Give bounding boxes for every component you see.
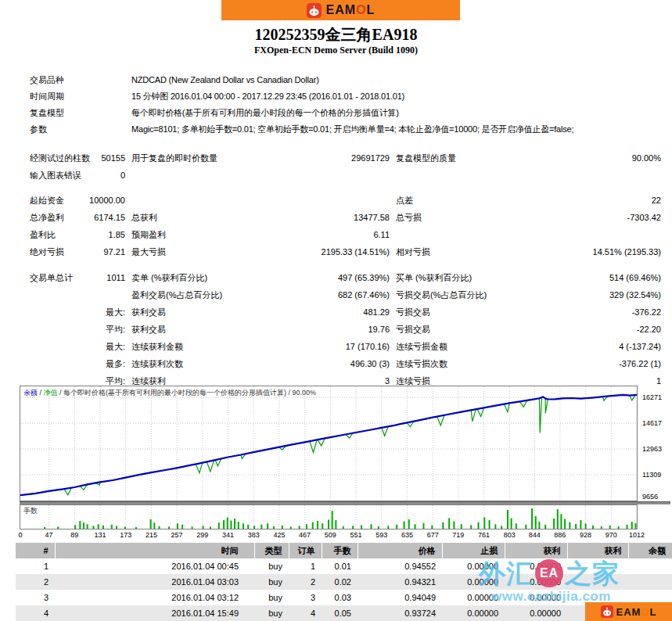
stats-row: 最大:获利交易481.29亏损交易-376.22 (16, 303, 661, 321)
stats-col3: 连续亏损次数-376.22 (1) (390, 355, 661, 372)
info-value: 15 分钟图 2016.01.04 00:00 - 2017.12.29 23:… (131, 88, 661, 105)
stat-value: -22.20 (637, 321, 661, 338)
server-subtitle: FXOpen-ECN Demo Server (Build 1090) (0, 45, 672, 56)
stats-row: 交易单总计1011卖单 (%获利百分比)497 (65.39%)买单 (%获利百… (16, 269, 661, 286)
lots-chart: 手数 (20, 504, 638, 529)
stats-row: 经测试过的柱数50155用于复盘的即时价数量29691729复盘模型的质量90.… (16, 149, 661, 167)
x-axis-tick: 928 (580, 531, 591, 539)
x-axis-tick: 803 (504, 531, 516, 539)
trade-cell: 3 (289, 590, 322, 605)
info-label: 交易品种 (16, 72, 131, 88)
trade-cell: 2016.01.04 15:49 (55, 605, 254, 621)
info-value: NZDCAD (New Zealand Dollar vs Canadian D… (131, 72, 661, 88)
brand-banner: EAMOL (221, 0, 460, 20)
spacer (16, 184, 661, 192)
legend-balance: 余额 (23, 389, 38, 397)
stats-row: 盈利交易(%占总百分比)682 (67.46%)亏损交易(%占总百分比)329 … (16, 286, 661, 303)
trade-row: 22016.01.04 03:03buy20.020.943210.000000… (16, 574, 672, 590)
stats-col1: 最大: (16, 303, 125, 321)
trade-cell: 4 (289, 605, 322, 621)
lots-bars-svg (20, 505, 637, 529)
x-axis-tick: 635 (401, 531, 413, 539)
trade-cell: 0.02 (322, 574, 358, 590)
stat-value: 682 (67.46%) (338, 286, 390, 303)
trade-row: 32016.01.04 03:12buy30.030.940490.000000… (16, 590, 672, 605)
trade-cell (567, 574, 628, 590)
stats-col1: 交易单总计1011 (16, 269, 125, 286)
stats-col2: 总获利13477.58 (125, 209, 390, 226)
info-value: Magic=8101; 多单初始手数=0.01; 空单初始手数=0.01; 开启… (131, 121, 661, 138)
x-axis-tick: 257 (171, 531, 183, 539)
stat-value: 4 (-137.24) (619, 338, 661, 355)
trade-col-header: 余额 (628, 543, 672, 558)
trade-row: 12016.01.04 00:45buy10.010.945520.000000… (16, 558, 672, 574)
x-axis-tick: 677 (427, 531, 439, 539)
x-axis-tick: 509 (325, 531, 336, 539)
stat-value: 1.85 (109, 226, 125, 243)
trade-cell: 0.94049 (358, 590, 442, 605)
trade-cell: 4 (16, 605, 55, 621)
trade-cell: 2 (16, 574, 55, 590)
info-row: 交易品种NZDCAD (New Zealand Dollar vs Canadi… (16, 72, 661, 88)
stats-col2: 获利交易481.29 (125, 303, 390, 321)
trade-cell: 0.03 (322, 590, 358, 605)
info-label: 复盘模型 (16, 105, 131, 121)
trade-cell: 0.00000 (442, 574, 505, 590)
stats-col3: 复盘模型的质量90.00% (390, 149, 661, 167)
stat-label: 相对亏损 (396, 243, 430, 260)
stats-col2: 盈利交易(%占总百分比)682 (67.46%) (125, 286, 390, 303)
stat-value: 514 (69.46%) (609, 269, 661, 286)
info-label: 时间周期 (16, 88, 131, 105)
trade-cell: 2016.01.04 03:03 (55, 574, 254, 590)
stats-row: 总净盈利6174.15总获利13477.58总亏损-7303.42 (16, 209, 661, 226)
stat-value: 最大: (106, 303, 125, 321)
trade-col-header: 价格 (358, 543, 442, 558)
stats-row: 盈利比1.85预期盈利6.11 (16, 226, 661, 243)
x-axis-tick: 215 (146, 531, 157, 539)
statistics-section: 经测试过的柱数50155用于复盘的即时价数量29691729复盘模型的质量90.… (16, 149, 661, 389)
stats-col1: 最多: (16, 355, 125, 372)
stat-value: 6.11 (373, 226, 390, 243)
stat-value: 496.30 (3) (350, 355, 390, 372)
report-title: 120252359金三角EA918 (0, 24, 672, 45)
trade-table: #时间类型订单手数价格止损获利获利余额 12016.01.04 00:45buy… (16, 543, 672, 621)
x-axis-tick: 341 (222, 531, 234, 539)
y-axis-tick: 9656 (642, 493, 658, 501)
y-axis-tick: 12963 (642, 445, 662, 453)
stat-value: 13477.58 (354, 209, 390, 226)
trade-cell: 0.00000 (505, 558, 567, 574)
stat-value: 2195.33 (14.51%) (322, 243, 390, 260)
stats-col2 (125, 192, 390, 209)
stat-label: 起始资金 (30, 192, 64, 209)
stats-col2 (125, 167, 390, 184)
stats-row: 最大:连续获利金额17 (170.16)连续亏损金额4 (-137.24) (16, 338, 661, 355)
x-axis-tick: 761 (478, 531, 490, 539)
spacer (16, 260, 661, 269)
legend-model: 每个即时价格(基于所有可利用的最小时段的每一个价格的分形插值计算) / 90.0… (63, 389, 316, 397)
x-axis-tick: 299 (196, 531, 208, 539)
trade-cell: 0.00000 (505, 574, 567, 590)
stat-label: 获利交易 (131, 303, 166, 321)
stat-label: 连续获利次数 (131, 355, 183, 372)
x-axis-tick: 47 (45, 531, 53, 539)
trade-cell: buy (254, 558, 289, 574)
stats-col1 (16, 286, 125, 303)
stat-label: 复盘模型的质量 (396, 149, 456, 167)
stat-value: 最大: (106, 338, 125, 355)
x-axis-tick: 719 (452, 531, 464, 539)
trade-cell: buy (254, 605, 289, 621)
x-axis-tick: 844 (529, 531, 541, 539)
trade-cell: 0.00000 (442, 590, 505, 605)
stat-label: 最大亏损 (131, 243, 166, 260)
stats-col1: 绝对亏损97.21 (16, 243, 125, 260)
x-axis-tick: 970 (606, 531, 617, 539)
stat-label: 输入图表错误 (30, 167, 81, 184)
trade-cell: 2 (289, 574, 322, 590)
trade-col-header: 手数 (322, 543, 358, 558)
stat-label: 连续亏损金额 (396, 338, 447, 355)
trade-cell: 1 (289, 558, 322, 574)
eamol-robot-icon (307, 3, 322, 18)
trade-col-header: 时间 (55, 543, 254, 558)
info-row: 时间周期15 分钟图 2016.01.04 00:00 - 2017.12.29… (16, 88, 661, 105)
stats-col3: 总亏损-7303.42 (390, 209, 661, 226)
